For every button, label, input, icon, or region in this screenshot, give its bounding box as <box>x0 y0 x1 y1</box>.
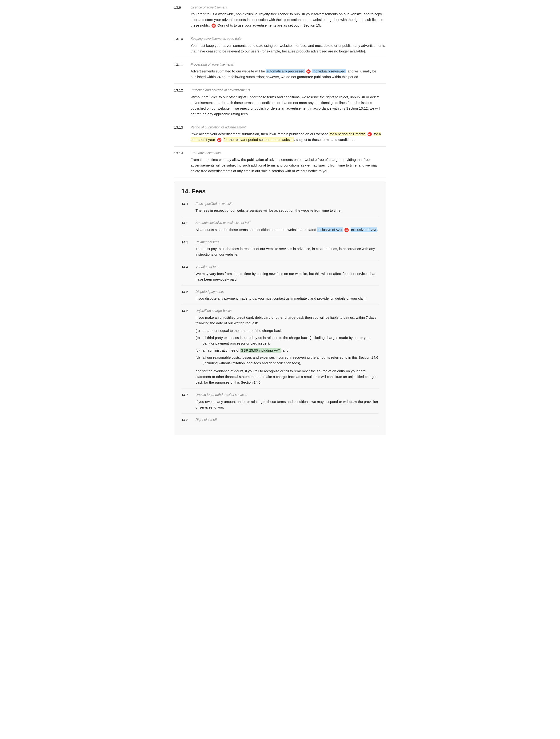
subheading-13-13: Period of publication of advertisement <box>190 125 386 130</box>
clause-14-8: 14.8 Right of set off <box>181 417 379 427</box>
list-item-14-6c: (c) an administration fee of GBP 25.00 i… <box>195 348 379 353</box>
clause-14-7: 14.7 Unpaid fees: withdrawal of services… <box>181 392 379 414</box>
subheading-13-10: Keeping advertisements up to date <box>190 36 386 41</box>
list-text-14-6a: an amount equal to the amount of the cha… <box>202 328 283 333</box>
clause-number-14-5: 14.5 <box>181 289 195 301</box>
clause-content-14-8: Right of set off <box>195 417 379 424</box>
highlight-auto-processed: automatically processed <box>266 69 305 73</box>
clause-14-1: 14.1 Fees specified on website The fees … <box>181 201 379 217</box>
clause-content-14-1: Fees specified on website The fees in re… <box>195 201 379 213</box>
clause-number-14-8: 14.8 <box>181 417 195 424</box>
list-item-14-6d: (d) all our reasonable costs, losses and… <box>195 355 379 366</box>
clause-text-13-14: From time to time we may allow the publi… <box>190 158 378 173</box>
clause-number-13-10: 13.10 <box>174 36 190 54</box>
clause-text-14-2: All amounts stated in these terms and co… <box>195 228 378 232</box>
clause-content-13-14: Free advertisements From time to time we… <box>190 150 386 174</box>
highlight-exclusive-vat: exclusive of VAT <box>351 228 377 232</box>
highlight-1-month: for a period of 1 month <box>329 132 366 136</box>
list-label-14-6a: (a) <box>195 328 202 333</box>
subheading-14-1: Fees specified on website <box>195 201 379 206</box>
clause-13-10: 13.10 Keeping advertisements up to date … <box>174 36 386 58</box>
clause-content-14-6: Unjustified charge-backs If you make an … <box>195 308 379 385</box>
section-14-clauses: 14.1 Fees specified on website The fees … <box>181 201 379 427</box>
section-14-title: 14. Fees <box>181 186 379 196</box>
clause-text-14-3: You must pay to us the fees in respect o… <box>195 247 375 256</box>
clause-number-13-9: 13.9 <box>174 5 190 28</box>
clause-intro-14-6: If you make an unjustified credit card, … <box>195 315 376 325</box>
clause-content-13-12: Rejection and deletion of advertisements… <box>190 88 386 117</box>
list-label-14-6d: (d) <box>195 355 202 366</box>
clause-14-4: 14.4 Variation of fees We may vary fees … <box>181 264 379 286</box>
list-item-14-6b: (b) all third party expenses incurred by… <box>195 335 379 346</box>
subheading-14-6: Unjustified charge-backs <box>195 308 379 313</box>
highlight-inclusive-vat: inclusive of VAT <box>317 228 343 232</box>
clause-text-14-1: The fees in respect of our website servi… <box>195 208 341 212</box>
clause-content-13-11: Processing of advertisements Advertiseme… <box>190 62 386 80</box>
clause-13-11: 13.11 Processing of advertisements Adver… <box>174 62 386 84</box>
clause-13-14: 13.14 Free advertisements From time to t… <box>174 150 386 178</box>
clause-14-5: 14.5 Disputed payments If you dispute an… <box>181 289 379 305</box>
list-text-14-6d: all our reasonable costs, losses and exp… <box>202 355 379 366</box>
clause-content-14-7: Unpaid fees: withdrawal of services If y… <box>195 392 379 410</box>
clause-content-14-2: Amounts inclusive or exclusive of VAT Al… <box>195 220 379 233</box>
clause-number-13-14: 13.14 <box>174 150 190 174</box>
clause-text-14-7: If you owe us any amount under or relati… <box>195 400 378 409</box>
subheading-14-3: Payment of fees <box>195 240 379 245</box>
clause-text-14-4: We may vary fees from time to time by po… <box>195 272 375 281</box>
section-14: 14. Fees 14.1 Fees specified on website … <box>174 181 386 435</box>
clause-number-14-6: 14.6 <box>181 308 195 385</box>
clause-content-14-3: Payment of fees You must pay to us the f… <box>195 240 379 257</box>
main-content: 13.9 Licence of advertisement You grant … <box>174 5 386 435</box>
clause-content-13-10: Keeping advertisements up to date You mu… <box>190 36 386 54</box>
clause-content-13-9: Licence of advertisement You grant to us… <box>190 5 386 28</box>
or-badge-13-13b: or <box>217 138 222 142</box>
clause-number-13-11: 13.11 <box>174 62 190 80</box>
clause-13-9: 13.9 Licence of advertisement You grant … <box>174 5 386 32</box>
or-badge-14-2: or <box>344 228 349 232</box>
subheading-13-12: Rejection and deletion of advertisements <box>190 88 386 93</box>
list-text-14-6b: all third party expenses incurred by us … <box>202 335 379 346</box>
highlight-gbp-25: GBP 25.00 including VAT <box>240 348 281 352</box>
subheading-14-2: Amounts inclusive or exclusive of VAT <box>195 220 379 225</box>
clause-number-13-12: 13.12 <box>174 88 190 117</box>
clause-text-13-13: If we accept your advertisement submissi… <box>190 132 381 142</box>
clause-14-2: 14.2 Amounts inclusive or exclusive of V… <box>181 220 379 236</box>
highlight-individually-reviewed: individually reviewed <box>312 69 345 73</box>
or-badge-13-9: or <box>212 23 216 28</box>
clause-14-6-continuation: and for the avoidance of doubt, if you f… <box>195 368 379 385</box>
highlight-relevant-period: for the relevant period set out on our w… <box>223 137 294 142</box>
clause-number-14-7: 14.7 <box>181 392 195 410</box>
clause-13-12: 13.12 Rejection and deletion of advertis… <box>174 88 386 121</box>
subheading-13-9: Licence of advertisement <box>190 5 386 10</box>
clause-content-13-13: Period of publication of advertisement I… <box>190 125 386 143</box>
clause-text-13-12: Without prejudice to our other rights un… <box>190 95 380 116</box>
list-item-14-6a: (a) an amount equal to the amount of the… <box>195 328 379 333</box>
clause-content-14-5: Disputed payments If you dispute any pay… <box>195 289 379 301</box>
clause-number-14-2: 14.2 <box>181 220 195 233</box>
clause-number-14-3: 14.3 <box>181 240 195 257</box>
clause-14-6: 14.6 Unjustified charge-backs If you mak… <box>181 308 379 389</box>
clause-text-14-5: If you dispute any payment made to us, y… <box>195 296 367 300</box>
subheading-14-5: Disputed payments <box>195 289 379 294</box>
subheading-13-14: Free advertisements <box>190 150 386 155</box>
list-label-14-6c: (c) <box>195 348 202 353</box>
clause-14-3: 14.3 Payment of fees You must pay to us … <box>181 240 379 261</box>
subheading-14-8: Right of set off <box>195 417 379 422</box>
subheading-14-4: Variation of fees <box>195 264 379 269</box>
or-badge-13-13a: or <box>368 132 372 136</box>
clause-number-14-1: 14.1 <box>181 201 195 213</box>
clause-text-13-9: You grant to us a worldwide, non-exclusi… <box>190 12 383 27</box>
section-13-clauses: 13.9 Licence of advertisement You grant … <box>174 5 386 178</box>
clause-number-14-4: 14.4 <box>181 264 195 282</box>
clause-14-6-list: (a) an amount equal to the amount of the… <box>195 328 379 366</box>
clause-text-13-11: Advertisements submitted to our website … <box>190 69 376 79</box>
subheading-14-7: Unpaid fees: withdrawal of services <box>195 392 379 397</box>
clause-content-14-4: Variation of fees We may vary fees from … <box>195 264 379 282</box>
or-badge-13-11: or <box>306 69 311 73</box>
list-label-14-6b: (b) <box>195 335 202 346</box>
subheading-13-11: Processing of advertisements <box>190 62 386 67</box>
clause-number-13-13: 13.13 <box>174 125 190 143</box>
clause-text-13-10: You must keep your advertisements up to … <box>190 43 385 53</box>
clause-13-13: 13.13 Period of publication of advertise… <box>174 125 386 147</box>
list-text-14-6c: an administration fee of GBP 25.00 inclu… <box>202 348 288 353</box>
